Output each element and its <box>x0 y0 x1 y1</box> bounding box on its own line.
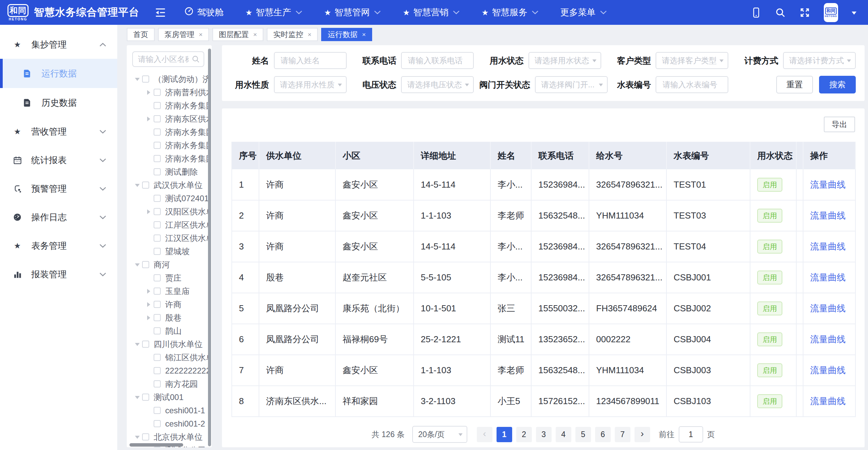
tree-node[interactable]: 殷巷 <box>131 311 208 324</box>
flow-curve-link[interactable]: 流量曲线 <box>810 396 846 406</box>
top-menu-item[interactable]: ★智慧服务 <box>482 6 539 18</box>
sidebar-item[interactable]: 统计报表 <box>0 146 117 174</box>
sidebar-item[interactable]: ★集抄管理 <box>0 30 117 59</box>
tree-node[interactable]: 北京供水单位 <box>131 430 208 444</box>
tree-checkbox[interactable] <box>154 274 161 281</box>
tree-vertical-scrollbar[interactable] <box>208 49 211 446</box>
user-menu-caret-icon[interactable] <box>852 12 856 17</box>
tree-checkbox[interactable] <box>142 261 149 268</box>
tree-checkbox[interactable] <box>154 380 161 387</box>
tree-node[interactable]: ceshi001-1 <box>131 404 208 417</box>
tree-expand-icon[interactable] <box>133 433 142 441</box>
page-button-7[interactable]: 7 <box>615 427 630 442</box>
tree-collapse-icon[interactable] <box>144 209 153 214</box>
page-size-select[interactable]: 20条/页 <box>412 426 467 443</box>
tree-checkbox[interactable] <box>142 394 149 401</box>
filter-select[interactable]: 请选择电压状态 <box>401 76 474 93</box>
tree-node[interactable]: ceshi001-2 <box>131 417 208 430</box>
page-button-6[interactable]: 6 <box>595 427 611 442</box>
flow-curve-link[interactable]: 流量曲线 <box>810 179 846 190</box>
filter-input-control[interactable] <box>662 80 724 90</box>
top-menu-item[interactable]: ★智慧营销 <box>403 6 460 18</box>
filter-input-control[interactable] <box>407 56 469 66</box>
tree-checkbox[interactable] <box>154 367 161 374</box>
tree-collapse-icon[interactable] <box>144 90 153 95</box>
tree-checkbox[interactable] <box>142 341 149 348</box>
tree-expand-icon[interactable] <box>133 181 142 189</box>
tree-horizontal-scrollbar[interactable] <box>129 443 183 447</box>
page-button-5[interactable]: 5 <box>575 427 591 442</box>
tab-item[interactable]: 泵房管理× <box>158 28 209 41</box>
filter-input[interactable] <box>274 52 347 69</box>
tree-checkbox[interactable] <box>154 420 161 427</box>
tree-checkbox[interactable] <box>154 142 161 149</box>
tree-expand-icon[interactable] <box>133 261 142 269</box>
tree-node[interactable]: 测试001 <box>131 391 208 404</box>
tab-close-icon[interactable]: × <box>362 31 366 38</box>
next-page-button[interactable]: › <box>635 427 650 442</box>
tree-collapse-icon[interactable] <box>144 117 153 121</box>
filter-select[interactable]: 请选择阀门开... <box>535 76 608 93</box>
tree-node[interactable]: 济南水务集团历下 <box>131 139 208 152</box>
sidebar-item[interactable]: ★营收管理 <box>0 117 117 146</box>
tree-checkbox[interactable] <box>142 433 149 440</box>
tree-node[interactable]: 江岸区供水单位 <box>131 218 208 231</box>
sidebar-item[interactable]: 操作日志 <box>0 203 117 231</box>
user-avatar[interactable]: 和同 HETONG <box>824 3 838 22</box>
tree-checkbox[interactable] <box>154 89 161 96</box>
tree-node[interactable]: 望城坡 <box>131 245 208 258</box>
tree-checkbox[interactable] <box>154 301 161 308</box>
tree-checkbox[interactable] <box>154 128 161 136</box>
flow-curve-link[interactable]: 流量曲线 <box>810 241 846 252</box>
export-button[interactable]: 导出 <box>824 117 855 132</box>
tree-checkbox[interactable] <box>142 75 149 83</box>
tree-node[interactable]: 贾庄 <box>131 271 208 284</box>
tree-expand-icon[interactable] <box>133 75 142 83</box>
tree-node[interactable]: 济南普利供水水厂 <box>131 86 208 99</box>
tree-node[interactable]: 汉阳区供水单位 <box>131 205 208 218</box>
page-button-4[interactable]: 4 <box>556 427 571 442</box>
tree-search-icon[interactable] <box>191 55 200 64</box>
tree-node[interactable]: 锦江区供水单位 <box>131 351 208 364</box>
filter-select[interactable]: 请选择计费方式 <box>783 52 856 69</box>
tree-node[interactable]: 商河 <box>131 258 208 271</box>
tree-expand-icon[interactable] <box>133 393 142 401</box>
tree-node[interactable]: （测试勿动）济南水务 <box>131 72 208 86</box>
tree-node[interactable]: 济南水务集团历城 <box>131 152 208 165</box>
tree-node[interactable]: 四川供水单位 <box>131 338 208 351</box>
reset-button[interactable]: 重置 <box>776 76 813 93</box>
tree-node[interactable]: 江汉区供水单位 <box>131 231 208 245</box>
prev-page-button[interactable]: ‹ <box>477 427 492 442</box>
tab-close-icon[interactable]: × <box>253 31 257 38</box>
tab-close-icon[interactable]: × <box>199 31 203 38</box>
page-button-2[interactable]: 2 <box>516 427 532 442</box>
filter-input-control[interactable] <box>280 56 342 66</box>
tree-node[interactable]: 鹊山 <box>131 324 208 338</box>
tree-checkbox[interactable] <box>154 288 161 295</box>
flow-curve-link[interactable]: 流量曲线 <box>810 272 846 282</box>
tree-collapse-icon[interactable] <box>144 302 153 307</box>
tree-checkbox[interactable] <box>154 115 161 122</box>
tab-item[interactable]: 实时监控× <box>267 28 318 41</box>
tree-checkbox[interactable] <box>154 102 161 109</box>
flow-curve-link[interactable]: 流量曲线 <box>810 210 846 221</box>
sidebar-item[interactable]: 报装管理 <box>0 260 117 289</box>
top-menu-item[interactable]: 更多菜单 <box>560 6 607 18</box>
jump-page-input[interactable] <box>679 426 703 443</box>
tree-node[interactable]: 南方花园 <box>131 377 208 391</box>
tree-node[interactable]: 玉皇庙 <box>131 284 208 298</box>
tree-checkbox[interactable] <box>154 195 161 202</box>
tree-checkbox[interactable] <box>154 447 161 447</box>
flow-curve-link[interactable]: 流量曲线 <box>810 303 846 313</box>
tree-checkbox[interactable] <box>154 235 161 242</box>
fullscreen-icon[interactable] <box>799 7 810 18</box>
tree-node[interactable]: 武汉供水单位 <box>131 178 208 192</box>
search-button[interactable]: 搜索 <box>819 76 856 93</box>
tree-node[interactable]: 济南东区供水有限公司 <box>131 112 208 125</box>
tab-item[interactable]: 图层配置× <box>212 28 263 41</box>
flow-curve-link[interactable]: 流量曲线 <box>810 334 846 344</box>
tree-collapse-icon[interactable] <box>144 315 153 320</box>
top-menu-item[interactable]: ★智慧生产 <box>245 6 302 18</box>
tree-node[interactable]: 22222222222222 <box>131 364 208 377</box>
tree-checkbox[interactable] <box>154 221 161 228</box>
